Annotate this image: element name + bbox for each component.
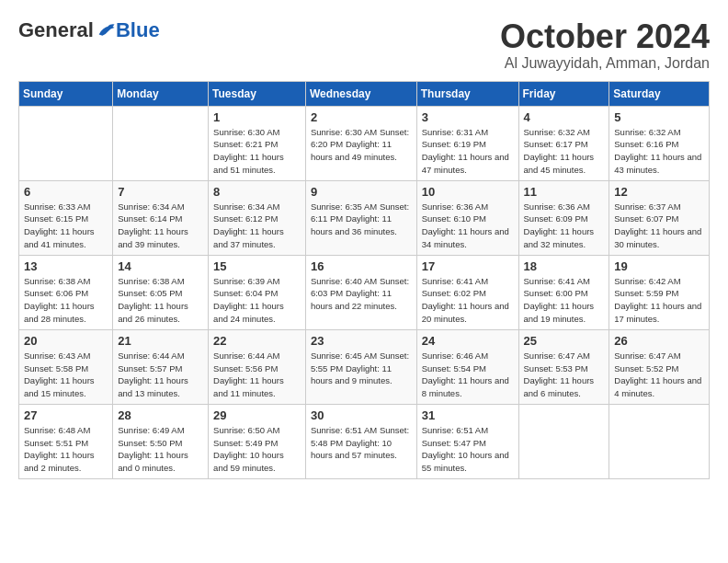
day-info: Sunrise: 6:34 AM Sunset: 6:14 PM Dayligh… (118, 201, 203, 251)
day-info: Sunrise: 6:30 AM Sunset: 6:20 PM Dayligh… (311, 126, 412, 164)
calendar-cell: 29Sunrise: 6:50 AM Sunset: 5:49 PM Dayli… (209, 404, 306, 478)
day-number: 14 (118, 259, 203, 273)
month-title: October 2024 (500, 18, 710, 55)
day-number: 4 (524, 110, 605, 124)
calendar-cell (609, 404, 710, 478)
day-number: 19 (614, 259, 704, 273)
day-info: Sunrise: 6:44 AM Sunset: 5:57 PM Dayligh… (118, 350, 203, 400)
day-number: 2 (311, 110, 412, 124)
day-number: 3 (422, 110, 514, 124)
page-header: General Blue October 2024 Al Juwayyidah,… (18, 18, 710, 72)
day-number: 27 (24, 408, 108, 422)
calendar-week-row: 6Sunrise: 6:33 AM Sunset: 6:15 PM Daylig… (19, 180, 710, 255)
day-info: Sunrise: 6:32 AM Sunset: 6:17 PM Dayligh… (524, 126, 605, 177)
header-monday: Monday (113, 81, 209, 106)
calendar-week-row: 20Sunrise: 6:43 AM Sunset: 5:58 PM Dayli… (19, 329, 710, 404)
calendar-week-row: 1Sunrise: 6:30 AM Sunset: 6:21 PM Daylig… (19, 106, 710, 180)
day-info: Sunrise: 6:33 AM Sunset: 6:15 PM Dayligh… (24, 201, 108, 251)
day-number: 31 (422, 408, 514, 422)
calendar-cell: 8Sunrise: 6:34 AM Sunset: 6:12 PM Daylig… (209, 180, 306, 255)
day-info: Sunrise: 6:37 AM Sunset: 6:07 PM Dayligh… (614, 201, 704, 251)
day-number: 17 (422, 259, 514, 273)
calendar-cell: 16Sunrise: 6:40 AM Sunset: 6:03 PM Dayli… (305, 255, 416, 329)
day-info: Sunrise: 6:51 AM Sunset: 5:48 PM Dayligh… (311, 424, 412, 462)
calendar-cell (113, 106, 209, 180)
day-number: 5 (614, 110, 704, 124)
header-saturday: Saturday (609, 81, 710, 106)
calendar-cell: 23Sunrise: 6:45 AM Sunset: 5:55 PM Dayli… (305, 329, 416, 404)
title-block: October 2024 Al Juwayyidah, Amman, Jorda… (500, 18, 710, 72)
calendar-cell: 4Sunrise: 6:32 AM Sunset: 6:17 PM Daylig… (518, 106, 609, 180)
day-number: 1 (213, 110, 301, 124)
calendar-cell: 19Sunrise: 6:42 AM Sunset: 5:59 PM Dayli… (609, 255, 710, 329)
calendar-cell: 9Sunrise: 6:35 AM Sunset: 6:11 PM Daylig… (305, 180, 416, 255)
day-number: 15 (213, 259, 301, 273)
day-number: 30 (311, 408, 412, 422)
location: Al Juwayyidah, Amman, Jordan (500, 55, 710, 72)
logo: General Blue (18, 18, 160, 42)
day-number: 11 (524, 185, 605, 199)
calendar-cell (19, 106, 113, 180)
calendar-cell: 30Sunrise: 6:51 AM Sunset: 5:48 PM Dayli… (305, 404, 416, 478)
header-wednesday: Wednesday (305, 81, 416, 106)
day-info: Sunrise: 6:36 AM Sunset: 6:10 PM Dayligh… (422, 201, 514, 251)
calendar-cell: 26Sunrise: 6:47 AM Sunset: 5:52 PM Dayli… (609, 329, 710, 404)
logo-blue: Blue (116, 18, 160, 42)
calendar-cell: 10Sunrise: 6:36 AM Sunset: 6:10 PM Dayli… (416, 180, 518, 255)
day-info: Sunrise: 6:41 AM Sunset: 6:00 PM Dayligh… (524, 275, 605, 326)
day-number: 13 (24, 259, 108, 273)
header-friday: Friday (518, 81, 609, 106)
day-number: 9 (311, 185, 412, 199)
calendar-cell: 31Sunrise: 6:51 AM Sunset: 5:47 PM Dayli… (416, 404, 518, 478)
header-tuesday: Tuesday (209, 81, 306, 106)
day-number: 12 (614, 185, 704, 199)
day-info: Sunrise: 6:38 AM Sunset: 6:06 PM Dayligh… (24, 275, 108, 326)
day-info: Sunrise: 6:49 AM Sunset: 5:50 PM Dayligh… (118, 424, 203, 475)
day-number: 6 (24, 185, 108, 199)
calendar-cell: 20Sunrise: 6:43 AM Sunset: 5:58 PM Dayli… (19, 329, 113, 404)
day-number: 22 (213, 334, 301, 348)
calendar-cell: 21Sunrise: 6:44 AM Sunset: 5:57 PM Dayli… (113, 329, 209, 404)
day-info: Sunrise: 6:38 AM Sunset: 6:05 PM Dayligh… (118, 275, 203, 326)
calendar-cell (518, 404, 609, 478)
calendar-table: SundayMondayTuesdayWednesdayThursdayFrid… (18, 81, 710, 479)
day-info: Sunrise: 6:51 AM Sunset: 5:47 PM Dayligh… (422, 424, 514, 475)
calendar-cell: 5Sunrise: 6:32 AM Sunset: 6:16 PM Daylig… (609, 106, 710, 180)
calendar-cell: 11Sunrise: 6:36 AM Sunset: 6:09 PM Dayli… (518, 180, 609, 255)
calendar-week-row: 27Sunrise: 6:48 AM Sunset: 5:51 PM Dayli… (19, 404, 710, 478)
calendar-cell: 17Sunrise: 6:41 AM Sunset: 6:02 PM Dayli… (416, 255, 518, 329)
header-sunday: Sunday (19, 81, 113, 106)
day-info: Sunrise: 6:40 AM Sunset: 6:03 PM Dayligh… (311, 275, 412, 313)
day-number: 16 (311, 259, 412, 273)
calendar-cell: 2Sunrise: 6:30 AM Sunset: 6:20 PM Daylig… (305, 106, 416, 180)
day-info: Sunrise: 6:36 AM Sunset: 6:09 PM Dayligh… (524, 201, 605, 251)
calendar-week-row: 13Sunrise: 6:38 AM Sunset: 6:06 PM Dayli… (19, 255, 710, 329)
calendar-cell: 28Sunrise: 6:49 AM Sunset: 5:50 PM Dayli… (113, 404, 209, 478)
calendar-cell: 27Sunrise: 6:48 AM Sunset: 5:51 PM Dayli… (19, 404, 113, 478)
logo-bird-icon (96, 22, 116, 39)
calendar-cell: 18Sunrise: 6:41 AM Sunset: 6:00 PM Dayli… (518, 255, 609, 329)
calendar-cell: 13Sunrise: 6:38 AM Sunset: 6:06 PM Dayli… (19, 255, 113, 329)
day-info: Sunrise: 6:32 AM Sunset: 6:16 PM Dayligh… (614, 126, 704, 177)
day-info: Sunrise: 6:46 AM Sunset: 5:54 PM Dayligh… (422, 350, 514, 400)
day-info: Sunrise: 6:39 AM Sunset: 6:04 PM Dayligh… (213, 275, 301, 326)
day-info: Sunrise: 6:44 AM Sunset: 5:56 PM Dayligh… (213, 350, 301, 400)
day-number: 21 (118, 334, 203, 348)
day-number: 8 (213, 185, 301, 199)
calendar-cell: 25Sunrise: 6:47 AM Sunset: 5:53 PM Dayli… (518, 329, 609, 404)
calendar-cell: 6Sunrise: 6:33 AM Sunset: 6:15 PM Daylig… (19, 180, 113, 255)
day-info: Sunrise: 6:50 AM Sunset: 5:49 PM Dayligh… (213, 424, 301, 475)
day-number: 25 (524, 334, 605, 348)
day-info: Sunrise: 6:30 AM Sunset: 6:21 PM Dayligh… (213, 126, 301, 177)
logo-general: General (18, 18, 94, 42)
calendar-cell: 3Sunrise: 6:31 AM Sunset: 6:19 PM Daylig… (416, 106, 518, 180)
day-number: 7 (118, 185, 203, 199)
calendar-cell: 14Sunrise: 6:38 AM Sunset: 6:05 PM Dayli… (113, 255, 209, 329)
day-info: Sunrise: 6:31 AM Sunset: 6:19 PM Dayligh… (422, 126, 514, 177)
day-number: 23 (311, 334, 412, 348)
day-info: Sunrise: 6:35 AM Sunset: 6:11 PM Dayligh… (311, 201, 412, 238)
day-number: 28 (118, 408, 203, 422)
calendar-cell: 24Sunrise: 6:46 AM Sunset: 5:54 PM Dayli… (416, 329, 518, 404)
calendar-cell: 22Sunrise: 6:44 AM Sunset: 5:56 PM Dayli… (209, 329, 306, 404)
day-number: 18 (524, 259, 605, 273)
